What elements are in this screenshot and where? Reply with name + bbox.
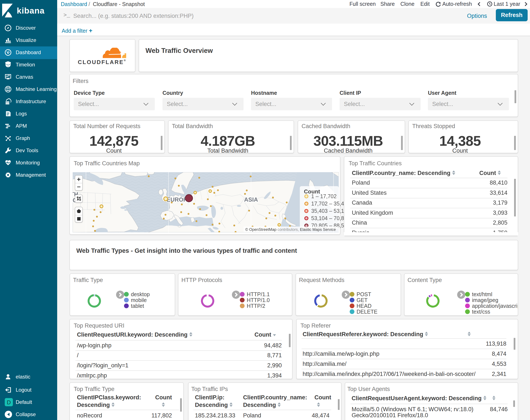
svg-text:D: D <box>7 399 11 405</box>
svg-text:ASIA: ASIA <box>244 196 258 203</box>
